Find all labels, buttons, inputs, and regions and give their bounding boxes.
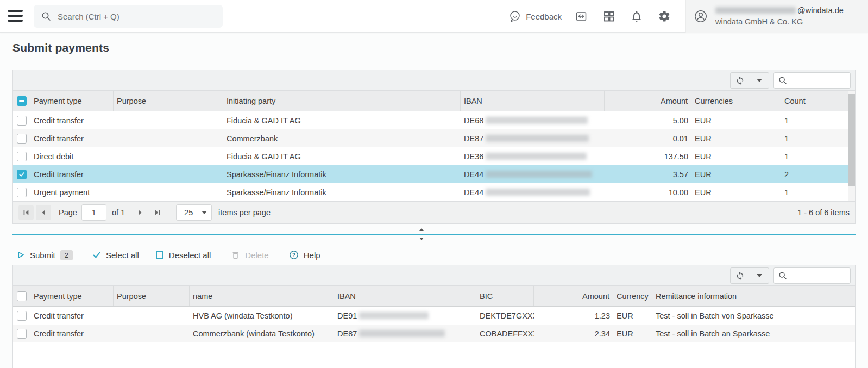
- cell-purpose: [114, 129, 223, 147]
- detail-grid-header: Payment type Purpose name IBAN BIC Amoun…: [13, 286, 855, 307]
- pager-prev-button[interactable]: [36, 205, 51, 220]
- notifications-bell-icon[interactable]: [630, 10, 643, 23]
- column-header[interactable]: Amount: [605, 91, 691, 111]
- splitter-handle[interactable]: [417, 228, 426, 240]
- user-info: @windata.de windata GmbH & Co. KG: [715, 5, 844, 28]
- cell-initiating-party: Sparkasse/Finanz Informatik: [223, 183, 461, 201]
- prev-page-icon: [40, 209, 47, 216]
- column-header[interactable]: IBAN: [334, 286, 476, 306]
- submit-button[interactable]: Submit 2: [17, 250, 73, 260]
- page-title: Submit payments: [12, 41, 109, 54]
- cell-currency: EUR: [691, 183, 781, 201]
- column-header[interactable]: BIC: [476, 286, 534, 306]
- page-number-input[interactable]: [81, 204, 106, 221]
- cell-iban: DE87: [461, 129, 605, 147]
- column-header[interactable]: Currencies: [691, 91, 781, 111]
- chevron-down-icon: [757, 79, 762, 82]
- cell-name: HVB AG (windata Testkonto): [190, 307, 334, 325]
- column-header[interactable]: name: [190, 286, 334, 306]
- apps-grid-icon[interactable]: [602, 10, 615, 23]
- refresh-button[interactable]: [731, 73, 750, 88]
- splitter-bar[interactable]: [12, 234, 856, 235]
- column-header[interactable]: Amount: [534, 286, 613, 306]
- detail-grid-toolbar: [13, 265, 855, 286]
- row-checkbox[interactable]: [17, 311, 27, 321]
- top-bar: Feedback: [0, 0, 868, 33]
- check-icon: [92, 251, 101, 259]
- row-checkbox[interactable]: [17, 116, 27, 126]
- select-all-button[interactable]: Select all: [92, 251, 139, 260]
- column-header[interactable]: Payment type: [30, 286, 114, 306]
- select-all-checkbox[interactable]: [13, 91, 30, 111]
- pager-next-button[interactable]: [133, 205, 148, 220]
- feedback-button[interactable]: Feedback: [508, 10, 562, 23]
- cell-currency: EUR: [691, 165, 781, 183]
- grid-filter-input[interactable]: [791, 271, 845, 280]
- table-row[interactable]: Credit transfer Fiducia & GAD IT AG DE68…: [13, 111, 848, 129]
- row-checkbox-checked[interactable]: [17, 170, 27, 179]
- settings-gear-icon[interactable]: [658, 10, 671, 23]
- redacted-iban: [486, 171, 592, 178]
- search-input[interactable]: [58, 12, 210, 21]
- search-icon: [778, 271, 787, 280]
- table-row[interactable]: Direct debit Fiducia & GAD IT AG DE36 13…: [13, 147, 848, 165]
- column-header[interactable]: Remittance information: [652, 286, 855, 306]
- cell-count: 1: [781, 111, 848, 129]
- column-header[interactable]: Purpose: [114, 91, 223, 111]
- delete-button-disabled: Delete: [231, 251, 268, 260]
- redacted-user-name: [715, 7, 796, 14]
- items-per-page-label: items per page: [218, 208, 271, 217]
- grid-filter-input[interactable]: [791, 76, 845, 85]
- table-row[interactable]: Credit transfer Commerzbank DE87 0.01 EU…: [13, 129, 848, 147]
- column-header[interactable]: Initiating party: [223, 91, 461, 111]
- row-checkbox[interactable]: [17, 329, 27, 339]
- table-row[interactable]: Credit transfer Commerzbank (windata Tes…: [13, 325, 855, 342]
- row-checkbox[interactable]: [17, 134, 27, 144]
- refresh-options-button[interactable]: [750, 268, 769, 283]
- table-row-selected[interactable]: Credit transfer Sparkasse/Finanz Informa…: [13, 165, 848, 183]
- search-icon: [778, 76, 787, 85]
- cell-currency: EUR: [691, 111, 781, 129]
- column-header[interactable]: Count: [781, 91, 848, 111]
- cell-bic: DEKTDE7GXXX: [476, 307, 534, 325]
- row-checkbox[interactable]: [17, 188, 27, 197]
- refresh-split-button: [730, 72, 769, 89]
- deselect-all-label: Deselect all: [169, 251, 211, 260]
- help-button[interactable]: ? Help: [289, 250, 320, 260]
- global-search[interactable]: [34, 5, 223, 28]
- scrollbar-thumb[interactable]: [848, 94, 855, 186]
- pager-first-button[interactable]: [18, 205, 34, 220]
- transfer-icon[interactable]: [575, 10, 588, 23]
- column-header[interactable]: IBAN: [461, 91, 605, 111]
- deselect-all-button[interactable]: Deselect all: [155, 251, 211, 260]
- cell-bic: COBADEFFXXX: [476, 325, 534, 342]
- help-circle-icon: ?: [289, 250, 299, 260]
- table-row[interactable]: Credit transfer HVB AG (windata Testkont…: [13, 307, 855, 325]
- page-size-select[interactable]: 25: [176, 204, 212, 221]
- pager-last-button[interactable]: [150, 205, 165, 220]
- grid-scrollbar[interactable]: [848, 91, 855, 201]
- row-checkbox[interactable]: [17, 152, 27, 161]
- cell-initiating-party: Sparkasse/Finanz Informatik: [223, 165, 461, 183]
- cell-iban: DE36: [461, 147, 605, 165]
- grid-filter-search[interactable]: [773, 72, 851, 89]
- user-account-button[interactable]: @windata.de windata GmbH & Co. KG: [685, 0, 868, 33]
- grid-filter-search[interactable]: [773, 267, 851, 284]
- refresh-button[interactable]: [731, 268, 750, 283]
- chevron-down-icon: [202, 211, 207, 214]
- column-header[interactable]: Purpose: [114, 286, 190, 306]
- refresh-split-button: [730, 267, 769, 284]
- cell-amount: 0.01: [605, 129, 691, 147]
- select-all-checkbox[interactable]: [13, 286, 30, 306]
- redacted-iban: [359, 312, 429, 319]
- refresh-options-button[interactable]: [750, 73, 769, 88]
- cell-initiating-party: Fiducia & GAD IT AG: [223, 111, 461, 129]
- action-toolbar: Submit 2 Select all Deselect all: [12, 246, 320, 264]
- column-header[interactable]: Currency: [613, 286, 652, 306]
- page-size-value: 25: [184, 208, 193, 217]
- refresh-icon: [735, 76, 745, 85]
- user-company: windata GmbH & Co. KG: [715, 16, 844, 28]
- hamburger-menu-icon[interactable]: [8, 10, 23, 23]
- column-header[interactable]: Payment type: [30, 91, 114, 111]
- table-row[interactable]: Urgent payment Sparkasse/Finanz Informat…: [13, 183, 848, 201]
